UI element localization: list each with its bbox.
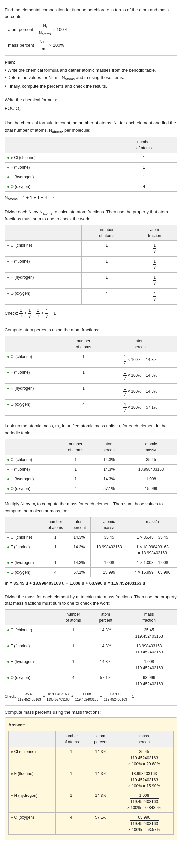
frac-cl-2: 17: [132, 241, 177, 257]
table-row: ● O (oxygen) 4 57.1% 63.996119.452403163: [5, 673, 177, 689]
element-h-6: ● H (hydrogen): [5, 657, 56, 673]
atoms-o-7: 4: [56, 812, 87, 834]
pct-f-5: 14.3%: [68, 542, 91, 558]
check1: Check: 17 + 17 + 17 + 47 = 1: [5, 307, 177, 319]
element-o-2: ● O (oxygen): [5, 289, 82, 305]
table-row: ● F (fluorine) 1 14.3% 18.998403163119.4…: [5, 641, 177, 657]
step5-label: Multiply Ni by mi to compute the mass fo…: [5, 500, 177, 514]
mpct-f-7: 18.998403163119.452403163 × 100% = 15.90…: [115, 769, 173, 790]
atoms-cl-7: 1: [56, 747, 87, 769]
table-row: ● O (oxygen) 4 57.1% 15.999 4 × 15.999 =…: [5, 568, 177, 577]
pct-o-4: 57.1%: [93, 484, 125, 493]
col-element-5: [5, 517, 43, 533]
plan-header: Plan:: [5, 59, 177, 65]
frac-o-2: 47: [132, 289, 177, 305]
atoms-h-5: 1: [43, 558, 68, 568]
table-row: ● H (hydrogen) 1 17: [5, 273, 177, 289]
step1-section: Use the chemical formula to count the nu…: [5, 120, 177, 201]
atoms-h-2: 1: [81, 273, 132, 289]
step2-section: Divide each Ni by Natoms to calculate at…: [5, 209, 177, 319]
element-o-3: ● O (oxygen): [5, 399, 64, 415]
atoms-cl-4: 1: [58, 455, 93, 464]
divider-3: [5, 116, 177, 116]
mfrac-o-6: 63.996119.452403163: [121, 673, 177, 689]
element-cl-6: ● Cl (chlorine): [5, 625, 56, 641]
table-row: ● Cl (chlorine) 1 14.3% 35.45119.4524031…: [5, 625, 177, 641]
element-h-4: ● H (hydrogen): [5, 474, 58, 484]
pct-cl-7: 14.3%: [87, 747, 115, 769]
chemical-formula: FOClO3: [5, 105, 177, 113]
divider-2: [5, 93, 177, 93]
mass-cl-5: 1 × 35.45 = 35.45: [128, 533, 177, 542]
element-o-7: ● O (oxygen): [9, 812, 56, 834]
element-o-4: ● O (oxygen): [5, 484, 58, 493]
step3-table: numberof atoms atompercent ● Cl (chlorin…: [5, 336, 177, 416]
pct-h-7: 14.3%: [87, 790, 115, 812]
col-mass-5: mass/u: [128, 517, 177, 533]
atoms-o-1: 4: [111, 182, 177, 191]
col-pct-7: atompercent: [87, 731, 115, 747]
table-row: ● H (hydrogen) 1 14.3% 1.008119.45240316…: [9, 790, 174, 812]
col-atoms-2: numberof atoms: [81, 225, 132, 241]
pct-cl-3: 17 × 100% = 14.3%: [103, 351, 177, 368]
step4-table: numberof atoms atompercent atomicmass/u …: [5, 439, 177, 494]
atoms-o-5: 4: [43, 568, 68, 577]
step6-section: Divide the mass for each element by m to…: [5, 594, 177, 702]
element-cl-5: ● Cl (chlorine): [5, 533, 43, 542]
pct-h-6: 14.3%: [90, 657, 121, 673]
step2-label: Divide each Ni by Natoms to calculate at…: [5, 209, 177, 222]
pct-o-6: 57.1%: [90, 673, 121, 689]
element-f-1: ● F (fluorine): [5, 162, 111, 172]
pct-h-4: 14.3%: [93, 474, 125, 484]
formula-definitions: atom percent = NiNatoms × 100% mass perc…: [5, 23, 177, 52]
pct-h-3: 17 × 100% = 14.3%: [103, 383, 177, 399]
table-row: ● F (fluorine) 1 14.3% 18.998403163119.4…: [9, 769, 174, 790]
pct-f-3: 17 × 100% = 14.3%: [103, 368, 177, 383]
step4-section: Look up the atomic mass, mi, in unified …: [5, 423, 177, 494]
element-cl-7: ● Cl (chlorine): [9, 747, 56, 769]
table-row: ● O (oxygen) 4: [5, 182, 177, 191]
mass-h-5: 1 × 1.008 = 1.008: [128, 558, 177, 568]
step5-section: Multiply Ni by mi to compute the mass fo…: [5, 500, 177, 587]
col-atoms-5: numberof atoms: [43, 517, 68, 533]
step6-label: Divide the mass for each element by m to…: [5, 594, 177, 607]
mass-f-4: 18.998403163: [125, 464, 177, 474]
atoms-f-7: 1: [56, 769, 87, 790]
mass-o-4: 15.999: [125, 484, 177, 493]
col-element-7: [9, 731, 56, 747]
element-h-5: ● H (hydrogen): [5, 558, 43, 568]
atoms-f-2: 1: [81, 257, 132, 273]
table-row: ● F (fluorine) 1 17: [5, 257, 177, 273]
step6-table: numberof atoms atompercent massfraction …: [5, 609, 177, 689]
pct-o-5: 57.1%: [68, 568, 91, 577]
table-row: ● O (oxygen) 4 57.1% 63.996119.452403163…: [9, 812, 174, 834]
pct-o-7: 57.1%: [87, 812, 115, 834]
mass-cl-4: 35.45: [125, 455, 177, 464]
col-atoms-7: numberof atoms: [56, 731, 87, 747]
col-fraction-2: atomfraction: [132, 225, 177, 241]
divider-9: [5, 705, 177, 706]
element-f-7: ● F (fluorine): [9, 769, 56, 790]
atoms-h-3: 1: [64, 383, 103, 399]
plan-item-2: • Determine values for Ni, mi, Natoms an…: [5, 74, 177, 82]
step5-table: numberof atoms atompercent atomicmass/u …: [5, 517, 177, 577]
table-row: ● Cl (chlorine) 1 14.3% 35.45 1 × 35.45 …: [5, 533, 177, 542]
atoms-h-6: 1: [56, 657, 90, 673]
pct-f-4: 14.3%: [93, 464, 125, 474]
frac-f-2: 17: [132, 257, 177, 273]
divider-8: [5, 590, 177, 590]
pct-h-5: 14.3%: [68, 558, 91, 568]
table-row: ● H (hydrogen) 1 14.3% 1.008: [5, 474, 177, 484]
mpct-o-7: 63.996119.452403163 × 100% = 53.57%: [115, 812, 173, 834]
table-row: ● O (oxygen) 4 57.1% 15.999: [5, 484, 177, 493]
atoms-f-1: 1: [111, 162, 177, 172]
mpct-h-7: 1.008119.452403163 × 100% = 0.8439%: [115, 790, 173, 812]
mfrac-cl-6: 35.45119.452403163: [121, 625, 177, 641]
atoms-cl-3: 1: [64, 351, 103, 368]
atoms-f-3: 1: [64, 368, 103, 383]
atoms-f-6: 1: [56, 641, 90, 657]
frac-h-2: 17: [132, 273, 177, 289]
atoms-cl-5: 1: [43, 533, 68, 542]
answer-label: Answer:: [8, 722, 174, 728]
atoms-f-4: 1: [58, 464, 93, 474]
